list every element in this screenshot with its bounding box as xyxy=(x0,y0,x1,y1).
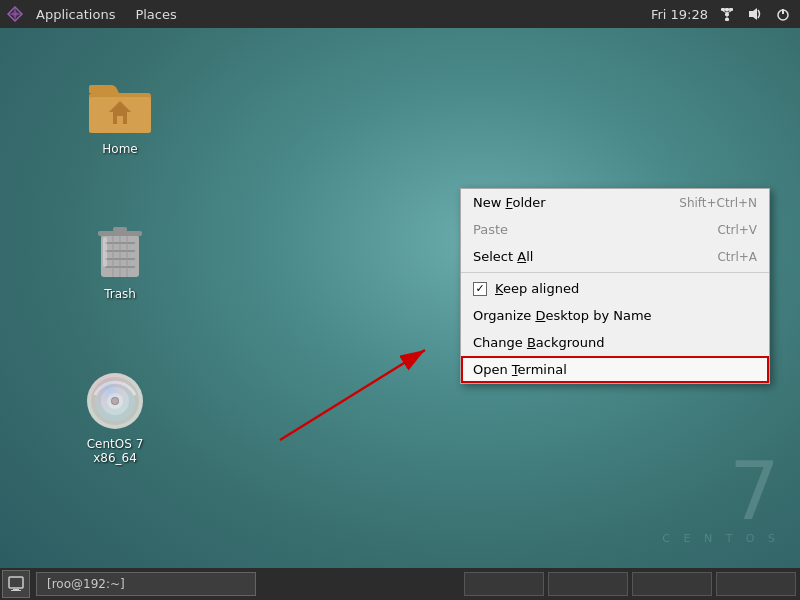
centos-watermark: 7 C E N T O S xyxy=(662,452,780,545)
trash-image xyxy=(88,219,152,283)
top-panel: Applications Places Fri 19:28 xyxy=(0,0,800,28)
svg-line-10 xyxy=(723,11,727,13)
taskbar-right-area xyxy=(464,572,800,596)
svg-point-39 xyxy=(87,373,143,429)
power-icon[interactable] xyxy=(774,5,792,23)
svg-rect-6 xyxy=(729,8,733,11)
show-desktop-button[interactable] xyxy=(2,570,30,598)
change-background-item[interactable]: Change Background xyxy=(461,329,769,356)
svg-marker-13 xyxy=(749,8,757,20)
new-folder-shortcut: Shift+Ctrl+N xyxy=(679,196,757,210)
svg-rect-5 xyxy=(725,8,729,11)
paste-label: Paste xyxy=(473,222,508,237)
new-folder-left: New Folder xyxy=(473,195,546,210)
svg-rect-4 xyxy=(721,8,725,11)
keep-aligned-left: ✓ Keep aligned xyxy=(473,281,579,296)
change-background-label: Change Background xyxy=(473,335,604,350)
select-all-item[interactable]: Select All Ctrl+A xyxy=(461,243,769,270)
svg-rect-20 xyxy=(117,116,123,124)
bottom-taskbar: [roo@192:~] xyxy=(0,568,800,600)
svg-rect-42 xyxy=(9,577,23,588)
keep-aligned-item[interactable]: ✓ Keep aligned xyxy=(461,275,769,302)
paste-shortcut: Ctrl+V xyxy=(717,223,757,237)
keep-aligned-label: Keep aligned xyxy=(495,281,579,296)
terminal-taskbar-item[interactable]: [roo@192:~] xyxy=(36,572,256,596)
new-folder-item[interactable]: New Folder Shift+Ctrl+N xyxy=(461,189,769,216)
watermark-text: C E N T O S xyxy=(662,532,780,545)
network-icon[interactable] xyxy=(718,5,736,23)
open-terminal-item[interactable]: Open Terminal xyxy=(461,356,769,383)
home-icon-label: Home xyxy=(102,142,137,156)
svg-rect-31 xyxy=(103,237,107,267)
taskbar-area-3[interactable] xyxy=(632,572,712,596)
paste-left: Paste xyxy=(473,222,508,237)
svg-rect-44 xyxy=(11,590,21,591)
trash-icon-label: Trash xyxy=(104,287,136,301)
keep-aligned-checkbox: ✓ xyxy=(473,282,487,296)
svg-rect-7 xyxy=(725,13,729,16)
change-background-left: Change Background xyxy=(473,335,604,350)
organize-desktop-label: Organize Desktop by Name xyxy=(473,308,652,323)
open-terminal-label: Open Terminal xyxy=(473,362,567,377)
disc-icon[interactable]: CentOS 7 x86_64 xyxy=(70,365,160,469)
organize-desktop-left: Organize Desktop by Name xyxy=(473,308,652,323)
watermark-number: 7 xyxy=(662,452,780,532)
centos-logo xyxy=(4,0,26,28)
home-icon[interactable]: Home xyxy=(75,70,165,160)
context-menu: New Folder Shift+Ctrl+N Paste Ctrl+V Sel… xyxy=(460,188,770,384)
select-all-label: Select All xyxy=(473,249,533,264)
separator-1 xyxy=(461,272,769,273)
taskbar-area-4[interactable] xyxy=(716,572,796,596)
svg-rect-8 xyxy=(725,18,729,21)
disc-image xyxy=(83,369,147,433)
trash-icon[interactable]: Trash xyxy=(75,215,165,305)
svg-rect-30 xyxy=(113,227,127,232)
applications-menu[interactable]: Applications xyxy=(26,0,125,28)
svg-line-11 xyxy=(727,11,731,13)
terminal-taskbar-label: [roo@192:~] xyxy=(47,577,125,591)
panel-clock: Fri 19:28 xyxy=(651,7,708,22)
taskbar-area-2[interactable] xyxy=(548,572,628,596)
select-all-shortcut: Ctrl+A xyxy=(717,250,757,264)
volume-icon[interactable] xyxy=(746,5,764,23)
home-folder-image xyxy=(88,74,152,138)
open-terminal-left: Open Terminal xyxy=(473,362,567,377)
select-all-left: Select All xyxy=(473,249,533,264)
taskbar-area-1[interactable] xyxy=(464,572,544,596)
panel-right: Fri 19:28 xyxy=(651,5,800,23)
new-folder-label: New Folder xyxy=(473,195,546,210)
paste-item: Paste Ctrl+V xyxy=(461,216,769,243)
organize-desktop-item[interactable]: Organize Desktop by Name xyxy=(461,302,769,329)
places-menu[interactable]: Places xyxy=(125,0,186,28)
disc-icon-label: CentOS 7 x86_64 xyxy=(74,437,156,465)
